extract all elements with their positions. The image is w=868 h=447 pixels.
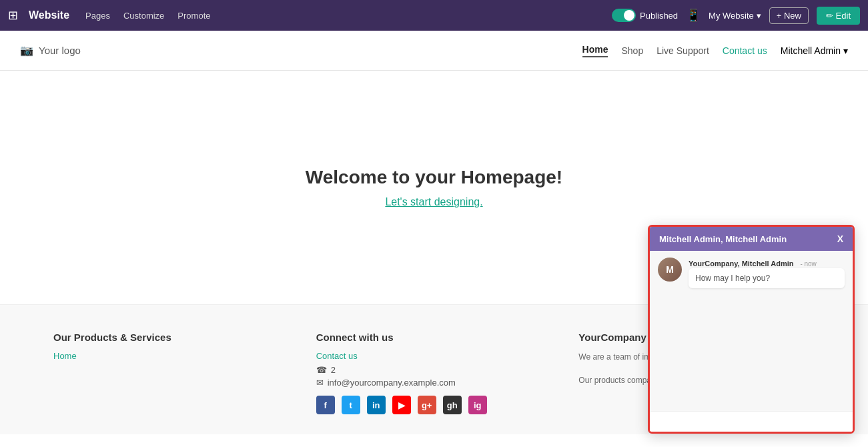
chat-sender-line: YourCompany, Mitchell Admin - now bbox=[689, 258, 845, 268]
published-label: Published bbox=[640, 11, 678, 21]
phone-icon: ☎ bbox=[316, 365, 327, 375]
header-nav: Home Shop Live Support Contact us Mitche… bbox=[582, 44, 848, 57]
my-website-button[interactable]: My Website ▾ bbox=[709, 11, 761, 21]
footer-section-connect: Connect with us Contact us ☎ 2 ✉ info@yo… bbox=[316, 332, 552, 414]
admin-dropdown-icon: ▾ bbox=[843, 45, 848, 56]
website-header: 📷 Your logo Home Shop Live Support Conta… bbox=[0, 31, 868, 71]
publish-toggle[interactable] bbox=[612, 9, 636, 22]
chat-message-area: M YourCompany, Mitchell Admin - now How … bbox=[650, 251, 853, 411]
footer-section-products: Our Products & Services Home bbox=[53, 332, 290, 414]
logo-area: 📷 Your logo bbox=[20, 44, 81, 57]
nav-live-support[interactable]: Live Support bbox=[657, 45, 709, 56]
github-icon[interactable]: gh bbox=[443, 396, 462, 414]
hero-title-prefix: Welcome to your bbox=[306, 167, 461, 187]
hero-subtitle[interactable]: Let's start designing. bbox=[385, 196, 482, 208]
mobile-view-icon[interactable]: 📱 bbox=[686, 8, 701, 23]
chat-close-button[interactable]: X bbox=[837, 234, 843, 244]
facebook-icon[interactable]: f bbox=[316, 396, 335, 414]
grid-icon[interactable]: ⊞ bbox=[8, 8, 18, 23]
footer-link-home[interactable]: Home bbox=[53, 351, 290, 361]
nav-shop[interactable]: Shop bbox=[621, 45, 643, 56]
new-button[interactable]: + New bbox=[769, 7, 809, 24]
phone-number: 2 bbox=[331, 365, 336, 375]
top-nav: Pages Customize Promote bbox=[85, 11, 210, 21]
chat-input-area[interactable] bbox=[650, 411, 853, 432]
chat-avatar-image: M bbox=[658, 258, 682, 282]
email-address: info@yourcompany.example.com bbox=[328, 378, 456, 388]
chat-header: Mitchell Admin, Mitchell Admin X bbox=[650, 227, 853, 251]
toggle-knob bbox=[624, 10, 634, 21]
top-bar: ⊞ Website Pages Customize Promote Publis… bbox=[0, 0, 868, 31]
chat-bubble: How may I help you? bbox=[689, 268, 845, 288]
chat-input[interactable] bbox=[657, 417, 846, 426]
app-title: Website bbox=[29, 9, 69, 21]
chat-header-title: Mitchell Admin, Mitchell Admin bbox=[659, 234, 787, 244]
dropdown-arrow-icon: ▾ bbox=[757, 11, 761, 21]
footer-connect-title: Connect with us bbox=[316, 332, 552, 343]
chat-sender-name: YourCompany, Mitchell Admin bbox=[689, 260, 793, 268]
admin-name: Mitchell Admin bbox=[781, 45, 841, 56]
chat-bubble-wrapper: YourCompany, Mitchell Admin - now How ma… bbox=[689, 258, 845, 288]
chat-popup: Mitchell Admin, Mitchell Admin X M YourC… bbox=[648, 225, 855, 434]
logo-camera-icon: 📷 bbox=[20, 44, 33, 57]
footer-products-title: Our Products & Services bbox=[53, 332, 290, 343]
footer-social-links: f t in ▶ g+ gh ig bbox=[316, 396, 552, 414]
nav-contact-us[interactable]: Contact us bbox=[723, 45, 767, 56]
chat-time: - now bbox=[800, 260, 816, 268]
instagram-icon[interactable]: ig bbox=[468, 396, 487, 414]
youtube-icon[interactable]: ▶ bbox=[392, 396, 411, 414]
linkedin-icon[interactable]: in bbox=[367, 396, 386, 414]
nav-pages[interactable]: Pages bbox=[85, 11, 110, 21]
logo-text: Your logo bbox=[39, 45, 81, 56]
nav-promote[interactable]: Promote bbox=[177, 11, 210, 21]
admin-menu[interactable]: Mitchell Admin ▾ bbox=[781, 45, 848, 56]
footer-phone: ☎ 2 bbox=[316, 365, 552, 375]
footer-email: ✉ info@yourcompany.example.com bbox=[316, 378, 552, 388]
top-bar-actions: Published 📱 My Website ▾ + New ✏ Edit bbox=[612, 7, 860, 25]
chat-message-row: M YourCompany, Mitchell Admin - now How … bbox=[658, 258, 845, 288]
nav-customize[interactable]: Customize bbox=[123, 11, 164, 21]
hero-title: Welcome to your Homepage! bbox=[306, 167, 562, 188]
twitter-icon[interactable]: t bbox=[342, 396, 360, 414]
footer-contact-us-link[interactable]: Contact us bbox=[316, 351, 552, 361]
googleplus-icon[interactable]: g+ bbox=[418, 396, 436, 414]
edit-button[interactable]: ✏ Edit bbox=[817, 7, 860, 25]
chat-avatar: M bbox=[658, 258, 682, 282]
email-icon: ✉ bbox=[316, 378, 324, 388]
chat-message-text: How may I help you? bbox=[695, 274, 770, 283]
publish-toggle-wrapper: Published bbox=[612, 9, 678, 22]
nav-home[interactable]: Home bbox=[582, 44, 608, 57]
hero-title-bold: Homepage! bbox=[461, 167, 562, 187]
